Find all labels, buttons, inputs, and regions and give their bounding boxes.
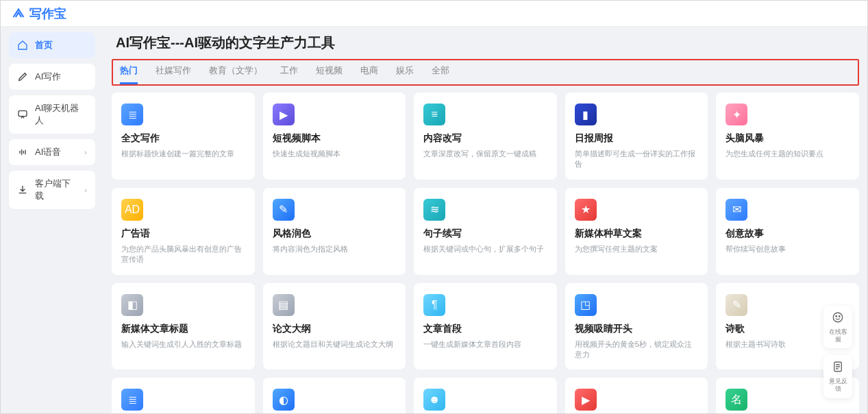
card-title: 视频吸睛开头: [575, 323, 699, 335]
template-card[interactable]: ▮日报周报简单描述即可生成一份详实的工作报告: [565, 93, 708, 180]
sidebar-item-chat[interactable]: AI聊天机器人: [9, 95, 95, 134]
hook-icon: ◳: [575, 294, 597, 316]
card-title: 广告语: [121, 228, 245, 240]
tab-工作[interactable]: 工作: [280, 64, 298, 84]
card-title: 新媒体文章标题: [121, 323, 245, 335]
tabs-highlight-box: 热门社媒写作教育（文学）工作短视频电商娱乐全部: [112, 59, 859, 86]
tab-短视频[interactable]: 短视频: [316, 64, 343, 84]
card-title: 风格润色: [273, 228, 397, 240]
card-desc: 用视频开头的黄金5秒，锁定观众注意力: [575, 339, 699, 361]
card-title: 短视频脚本: [273, 132, 397, 145]
template-grid: ≣全文写作根据标题快速创建一篇完整的文章▶短视频脚本快速生成短视频脚本≡内容改写…: [112, 93, 859, 413]
page-title: AI写作宝---AI驱动的文字生产力工具: [112, 31, 859, 59]
svg-point-6: [836, 316, 837, 317]
doc-icon: ≣: [121, 103, 143, 125]
extend-icon: ≋: [423, 199, 445, 221]
sidebar-item-home[interactable]: 首页: [9, 32, 95, 58]
svg-rect-2: [21, 149, 22, 155]
script-icon: ◐: [273, 389, 295, 411]
card-desc: 简单描述即可生成一份详实的工作报告: [575, 149, 699, 170]
card-title: 文章首段: [423, 323, 547, 335]
float-label: 在线客服: [826, 328, 850, 343]
title-icon: ◧: [121, 294, 143, 316]
seed-icon: ★: [575, 199, 597, 221]
template-card[interactable]: ✉创意故事帮你续写创意故事: [716, 188, 859, 275]
people-icon: ☻: [423, 389, 445, 411]
card-title: 全文写作: [121, 132, 245, 145]
card-desc: 文章深度改写，保留原文一键成稿: [423, 149, 547, 159]
card-desc: 为您的产品头脑风暴出有创意的广告宣传语: [121, 244, 245, 265]
card-desc: 为您撰写任何主题的文案: [575, 244, 699, 254]
sidebar-item-label: AI写作: [35, 71, 61, 83]
idea-icon: ▶: [575, 389, 597, 411]
template-card[interactable]: AD广告语为您的产品头脑风暴出有创意的广告宣传语: [112, 188, 255, 275]
template-card[interactable]: ≋句子续写根据关键词或中心句，扩展多个句子: [414, 188, 557, 275]
sidebar-item-label: 首页: [35, 39, 53, 51]
download-icon: [17, 184, 28, 195]
poem-icon: ✎: [726, 294, 747, 316]
tab-电商[interactable]: 电商: [360, 64, 378, 84]
sidebar-item-label: AI语音: [35, 146, 61, 158]
chevron-right-icon: ›: [84, 186, 87, 194]
brain-icon: ✦: [726, 103, 747, 125]
app-body: 首页AI写作AI聊天机器人AI语音›客户端下载› AI写作宝---AI驱动的文字…: [1, 27, 867, 413]
ad-icon: AD: [121, 199, 143, 221]
sidebar-item-voice[interactable]: AI语音›: [9, 139, 95, 165]
template-card[interactable]: ◳视频吸睛开头用视频开头的黄金5秒，锁定观众注意力: [565, 283, 708, 370]
card-title: 创意故事: [726, 228, 850, 240]
sidebar-item-label: AI聊天机器人: [35, 102, 87, 127]
card-title: 句子续写: [423, 228, 547, 240]
card-desc: 为您生成任何主题的知识要点: [726, 149, 850, 159]
sidebar-item-label: 客户端下载: [35, 178, 77, 202]
smile-icon: [832, 311, 844, 326]
brand-logo[interactable]: 写作宝: [12, 5, 66, 22]
template-card[interactable]: ✎风格润色将内容润色为指定风格: [263, 188, 406, 275]
tab-热门[interactable]: 热门: [120, 64, 138, 84]
template-card[interactable]: ◐短视频脚本大纲生成VLOG、口播稿等短视频的拍摄大纲: [263, 378, 406, 413]
play-icon: ▶: [273, 103, 295, 125]
template-card[interactable]: ▶短视频脚本快速生成短视频脚本: [263, 93, 406, 180]
form-icon: [832, 361, 844, 376]
template-card[interactable]: ¶文章首段一键生成新媒体文章首段内容: [414, 283, 557, 370]
svg-point-5: [833, 313, 843, 322]
float-smile[interactable]: 在线客服: [823, 306, 852, 349]
topbar: 写作宝: [1, 1, 867, 27]
polish-icon: ✎: [273, 199, 295, 221]
template-card[interactable]: ✦头脑风暴为您生成任何主题的知识要点: [716, 93, 859, 180]
card-title: 论文大纲: [273, 323, 397, 335]
template-card[interactable]: ≣论文摘要根据论文题目和关键词生成论文摘要: [112, 378, 255, 413]
floating-actions: 在线客服意见反馈: [823, 306, 852, 398]
template-card[interactable]: ▶视频内容灵感哪些点拍视频？让AI写作宝来提供灵感: [565, 378, 708, 413]
voice-icon: [17, 147, 28, 158]
app-frame: 写作宝 首页AI写作AI聊天机器人AI语音›客户端下载› AI写作宝---AI驱…: [0, 0, 868, 414]
home-icon: [17, 40, 28, 51]
name-icon: 名: [726, 389, 747, 411]
template-card[interactable]: ◧新媒体文章标题输入关键词生成引人入胜的文章标题: [112, 283, 255, 370]
sidebar-item-download[interactable]: 客户端下载›: [9, 171, 95, 209]
sidebar-item-pencil[interactable]: AI写作: [9, 64, 95, 90]
template-card[interactable]: ★新媒体种草文案为您撰写任何主题的文案: [565, 188, 708, 275]
template-card[interactable]: ≡内容改写文章深度改写，保留原文一键成稿: [414, 93, 557, 180]
card-title: 头脑风暴: [726, 132, 850, 145]
lines-icon: ≡: [423, 103, 445, 125]
tab-娱乐[interactable]: 娱乐: [396, 64, 414, 84]
template-card[interactable]: ▤论文大纲根据论文题目和关键词生成论文大纲: [263, 283, 406, 370]
tab-教育（文学）[interactable]: 教育（文学）: [209, 64, 262, 84]
template-card[interactable]: ≣全文写作根据标题快速创建一篇完整的文章: [112, 93, 255, 180]
card-desc: 快速生成短视频脚本: [273, 149, 397, 159]
abstract-icon: ≣: [121, 389, 143, 411]
chevron-right-icon: ›: [84, 148, 87, 156]
brand-text: 写作宝: [29, 5, 66, 22]
template-card[interactable]: ☻人物塑造为你故事中的角色塑造一个丰满的人物形象: [414, 378, 557, 413]
svg-point-7: [839, 316, 841, 317]
tab-全部[interactable]: 全部: [432, 64, 449, 84]
float-form[interactable]: 意见反馈: [823, 355, 852, 398]
card-title: 内容改写: [423, 132, 547, 145]
card-title: 日报周报: [575, 132, 699, 145]
tab-社媒写作[interactable]: 社媒写作: [156, 64, 191, 84]
card-desc: 输入关键词生成引人入胜的文章标题: [121, 339, 245, 350]
story-icon: ✉: [726, 199, 747, 221]
card-desc: 根据论文题目和关键词生成论文大纲: [273, 339, 397, 350]
svg-rect-0: [18, 111, 27, 117]
pencil-icon: [17, 71, 28, 82]
